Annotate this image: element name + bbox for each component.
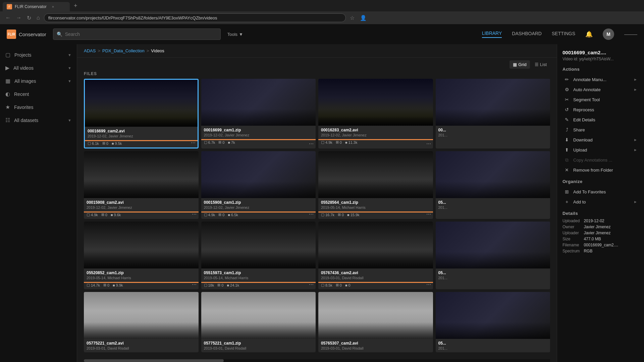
more-options-button[interactable]: ⋯ [426, 141, 431, 146]
breadcrumb-adas[interactable]: ADAS [84, 48, 96, 53]
tools-dropdown[interactable]: Tools ▼ [227, 32, 243, 37]
annotations-icon: ⊞ [217, 283, 220, 287]
video-card[interactable]: 05... 201... [436, 292, 550, 352]
upload-label: Upload [573, 147, 630, 153]
nav-library[interactable]: LIBRARY [482, 31, 502, 38]
active-tab[interactable]: F FLIR Conservator × [3, 2, 70, 11]
add-favorites-icon: ⊞ [564, 189, 570, 195]
organize-add-to[interactable]: + Add to ► [562, 197, 639, 207]
card-title: 00016283_cam2.avi [321, 128, 430, 132]
video-card[interactable]: 05520852_cam1.zip 2019-05-14, Michael Ha… [84, 222, 199, 289]
video-card[interactable]: 00... 201... [436, 79, 550, 148]
close-tab-button[interactable]: × [52, 5, 54, 9]
home-button[interactable]: ⌂ [35, 13, 41, 22]
back-button[interactable]: ← [4, 13, 12, 22]
reload-button[interactable]: ↻ [25, 13, 33, 22]
profile-button[interactable]: 👤 [359, 13, 368, 22]
video-card[interactable]: 05... 201... [436, 222, 550, 289]
video-card[interactable]: 05... 201... [436, 151, 550, 219]
video-card[interactable]: 05767436_cam2.avi 2019-03-01, David Risd… [318, 222, 433, 289]
list-view-button[interactable]: ☰ List [531, 60, 550, 69]
action-share[interactable]: ⤴ Share [562, 125, 639, 135]
more-options-button[interactable]: ⋯ [192, 212, 197, 217]
more-options-button[interactable]: ⋯ [192, 282, 197, 287]
nav-settings[interactable]: SETTINGS [552, 31, 575, 38]
search-input[interactable] [65, 32, 217, 37]
search-bar: 🔍 [53, 28, 221, 40]
sidebar-item-all-datasets[interactable]: ☷ All datasets ▼ [0, 114, 77, 127]
size-icon: ■ [111, 213, 113, 217]
spectrum-label: Spectrum [562, 249, 580, 253]
share-label: Share [573, 127, 637, 132]
grid-view-button[interactable]: ▦ Grid [509, 60, 530, 69]
forward-button[interactable]: → [15, 13, 23, 22]
uploader-value: Javier Jimenez [584, 231, 639, 235]
nav-dashboard[interactable]: DASHBOARD [512, 31, 542, 38]
stat-annotations: ⊞ 0 [338, 213, 344, 217]
search-input-wrap[interactable]: 🔍 [53, 28, 221, 40]
video-id-label: Video id: [562, 57, 578, 61]
notification-bell-icon[interactable]: 🔔 [585, 31, 593, 38]
video-card[interactable]: 00016699_cam1.zip 2019-12-02, Javier Jim… [201, 79, 316, 148]
card-meta: 2019-05-14, Michael Harris [321, 205, 430, 209]
scrollbar-thumb[interactable] [84, 359, 224, 362]
reprocess-icon: ↺ [564, 107, 570, 113]
video-card[interactable]: 05775221_cam2.avi 2019-03-01, David Risd… [84, 292, 199, 352]
more-options-button[interactable]: ⋯ [426, 282, 431, 287]
avatar[interactable]: M [603, 28, 614, 40]
video-card[interactable]: 05775221_cam1.zip 2019-03-01, David Risd… [201, 292, 316, 352]
card-meta: 2019-12-02, Javier Jimenez [321, 133, 430, 137]
sidebar-item-recent[interactable]: ◐ Recent [0, 87, 77, 101]
action-segment[interactable]: ✂ Segment Tool [562, 95, 639, 105]
action-edit-details[interactable]: ✎ Edit Details [562, 115, 639, 125]
more-options-button[interactable]: ⋯ [309, 141, 314, 146]
organize-add-favorites[interactable]: ⊞ Add To Favorites [562, 187, 639, 197]
sidebar-label-favorites: Favorites [14, 105, 34, 110]
panel-title: 00016699_cam2.... [562, 50, 639, 55]
video-card[interactable]: 05515973_cam1.zip 2019-05-14, Michael Ha… [201, 222, 316, 289]
breadcrumb-pdx[interactable]: PDX_Data_Collection [102, 48, 145, 53]
stat-annotations: ⊞ 0 [101, 213, 107, 217]
address-bar[interactable]: flirconservator.com/projects/fJDrPhxcqF7… [44, 13, 346, 22]
stat-size: ■ 7k [228, 140, 235, 144]
search-icon: 🔍 [57, 32, 62, 37]
uploaded-label: Uploaded [562, 219, 580, 223]
video-card[interactable]: 00015908_cam1.zip 2019-12-02, Javier Jim… [201, 151, 316, 219]
action-remove-folder[interactable]: ✕ Remove from Folder [562, 165, 639, 175]
sidebar-item-all-videos[interactable]: ▶ All videos ▼ [0, 61, 77, 74]
tools-label: Tools [227, 32, 237, 37]
share-icon: ⤴ [564, 127, 570, 133]
action-reprocess[interactable]: ↺ Reprocess [562, 105, 639, 115]
video-card[interactable]: 00016283_cam2.avi 2019-12-02, Javier Jim… [318, 79, 433, 148]
card-title: 05528564_cam1.zip [321, 200, 430, 205]
action-annotate[interactable]: ✏ Annotate Manu... ► [562, 74, 639, 84]
more-options-button[interactable]: ⋯ [309, 282, 314, 287]
action-auto-annotate[interactable]: ⚙ Auto Annotate ► [562, 84, 639, 95]
more-options-button[interactable]: ⋯ [191, 140, 196, 145]
sidebar-item-all-images[interactable]: ▦ All images ▼ [0, 74, 77, 87]
grid-container[interactable]: 00016699_cam2.avi 2019-12-02, Javier Jim… [77, 79, 557, 359]
more-options-button[interactable]: ⋯ [309, 212, 314, 217]
action-upload[interactable]: ⬆ Upload ► [562, 145, 639, 155]
download-arrow-icon: ► [634, 138, 637, 142]
video-thumbnail [84, 222, 199, 268]
annotate-arrow-icon: ► [634, 77, 637, 81]
sidebar-item-projects[interactable]: ▢ Projects ▼ [0, 48, 77, 61]
video-card[interactable]: 00015908_cam2.avi 2019-12-02, Javier Jim… [84, 151, 199, 219]
video-card[interactable]: 00016699_cam2.avi 2019-12-02, Javier Jim… [84, 79, 199, 148]
video-card[interactable]: 05765307_cam2.avi 2019-03-01, David Risd… [318, 292, 433, 352]
bookmark-button[interactable]: ☆ [348, 13, 356, 22]
stat-frames: ▢ 4.9k [204, 213, 215, 217]
sidebar-item-favorites[interactable]: ★ Favorites [0, 101, 77, 114]
horizontal-scrollbar[interactable] [84, 359, 550, 362]
all-videos-expand-icon: ▼ [68, 66, 71, 70]
card-title: 05765307_cam2.avi [321, 341, 430, 346]
action-download[interactable]: ⬇ Download ► [562, 135, 639, 145]
annotate-icon: ✏ [564, 76, 570, 82]
uploader-label: Uploader [562, 231, 580, 235]
auto-annotate-icon: ⚙ [564, 86, 570, 93]
new-tab-button[interactable]: + [71, 2, 80, 9]
video-card[interactable]: 05528564_cam1.zip 2019-05-14, Michael Ha… [318, 151, 433, 219]
annotations-icon: ⊞ [338, 213, 341, 217]
more-options-button[interactable]: ⋯ [426, 212, 431, 217]
